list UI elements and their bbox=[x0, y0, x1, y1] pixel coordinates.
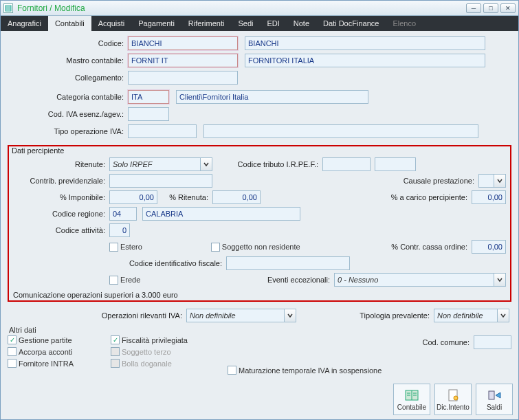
percipiente-legend: Dati percipiente bbox=[12, 146, 506, 155]
carico-input[interactable] bbox=[472, 190, 506, 204]
tab-edi[interactable]: EDI bbox=[260, 16, 286, 31]
tipoop-label: Tipo operazione IVA: bbox=[8, 127, 128, 135]
contrib-label: Contrib. previdenziale: bbox=[13, 177, 109, 185]
causale-label: Causale prestazione: bbox=[389, 177, 478, 185]
codcomune-label: Cod. comune: bbox=[405, 338, 474, 346]
tipoop-desc[interactable] bbox=[203, 124, 478, 138]
accorpa-checkbox[interactable]: Accorpa acconti bbox=[8, 347, 111, 356]
regione-desc[interactable] bbox=[142, 207, 300, 221]
dicintento-button[interactable]: Dic.Intento bbox=[434, 384, 472, 415]
bolla-checkbox: Bolla doganale bbox=[111, 359, 228, 368]
oprilevanti-select[interactable]: Non definibile bbox=[186, 309, 296, 322]
svg-rect-12 bbox=[489, 391, 494, 399]
carico-label: % a carico percipiente: bbox=[368, 193, 472, 201]
tab-elenco: Elenco bbox=[386, 16, 423, 31]
tab-anagrafici[interactable]: Anagrafici bbox=[1, 16, 48, 31]
attivita-input[interactable] bbox=[109, 223, 130, 237]
ritenuta-input[interactable] bbox=[212, 190, 261, 204]
categoria-desc[interactable] bbox=[176, 90, 368, 104]
codice-input[interactable] bbox=[128, 36, 238, 50]
collegamento-input[interactable] bbox=[128, 71, 238, 85]
maximize-button[interactable]: □ bbox=[483, 3, 498, 13]
idfiscale-input[interactable] bbox=[226, 256, 350, 270]
tipoop-input[interactable] bbox=[128, 124, 197, 138]
tributo-input2[interactable] bbox=[375, 157, 416, 171]
chevron-down-icon bbox=[497, 309, 509, 322]
ritenute-label: Ritenute: bbox=[13, 160, 109, 168]
comunicazione-text: Comunicazione operazioni superiori a 3.0… bbox=[13, 291, 506, 299]
close-button[interactable]: ✕ bbox=[500, 3, 516, 13]
fiscalita-checkbox[interactable]: Fiscalità privilegiata bbox=[111, 335, 228, 344]
dati-percipiente-group: Dati percipiente Ritenute: Solo IRPEF Co… bbox=[8, 145, 511, 302]
cassa-label: % Contr. cassa ordine: bbox=[368, 243, 472, 251]
tab-docfinance[interactable]: Dati DocFinance bbox=[316, 16, 386, 31]
tab-bar: Anagrafici Contabili Acquisti Pagamenti … bbox=[1, 16, 518, 31]
window-title: Fornitori / Modifica bbox=[17, 3, 466, 13]
tab-contabili[interactable]: Contabili bbox=[48, 16, 91, 31]
mastro-input[interactable] bbox=[128, 54, 238, 67]
idfiscale-label: Codice identificativo fiscale: bbox=[13, 259, 226, 267]
ledger-icon bbox=[404, 388, 419, 402]
fornitore-intra-checkbox[interactable]: Fornitore INTRA bbox=[8, 359, 111, 368]
minimize-button[interactable]: ─ bbox=[466, 3, 481, 13]
chevron-down-icon bbox=[494, 175, 505, 187]
erede-label: Erede bbox=[120, 276, 140, 284]
tab-riferimenti[interactable]: Riferimenti bbox=[181, 16, 232, 31]
soggettoterzo-checkbox: Soggetto terzo bbox=[111, 347, 228, 356]
maturazione-checkbox[interactable]: Maturazione temporale IVA in sospensione bbox=[228, 366, 511, 375]
eventi-label: Eventi eccezionali: bbox=[252, 276, 334, 284]
codcomune-input[interactable] bbox=[474, 335, 511, 349]
tab-note[interactable]: Note bbox=[287, 16, 316, 31]
mastro-desc[interactable] bbox=[245, 54, 485, 67]
imponibile-label: % Imponibile: bbox=[13, 193, 109, 201]
codice-label: Codice: bbox=[8, 39, 128, 47]
balance-icon bbox=[487, 388, 502, 402]
tributo-input[interactable] bbox=[322, 157, 371, 171]
ritenuta-label: % Ritenuta: bbox=[157, 193, 212, 201]
codice-desc[interactable] bbox=[245, 36, 485, 50]
app-icon bbox=[3, 3, 13, 13]
cassa-input[interactable] bbox=[472, 240, 506, 254]
chevron-down-icon bbox=[284, 309, 296, 322]
imponibile-input[interactable] bbox=[109, 190, 157, 204]
soggetto-checkbox[interactable]: Soggetto non residente bbox=[211, 243, 300, 252]
ritenute-select[interactable]: Solo IRPEF bbox=[109, 157, 212, 171]
codiva-label: Cod. IVA esenz./agev.: bbox=[8, 110, 128, 118]
tributo-label: Codice tributo I.R.PE.F.: bbox=[212, 160, 322, 168]
oprilevanti-label: Operazioni rilevanti IVA: bbox=[8, 311, 186, 320]
estero-label: Estero bbox=[120, 243, 142, 251]
categoria-label: Categoria contabile: bbox=[8, 93, 128, 101]
mastro-label: Mastro contabile: bbox=[8, 56, 128, 65]
collegamento-label: Collegamento: bbox=[8, 74, 128, 82]
causale-select[interactable] bbox=[478, 174, 506, 188]
saldi-button[interactable]: Saldi bbox=[476, 384, 513, 415]
document-icon bbox=[445, 388, 461, 402]
svg-point-11 bbox=[454, 396, 458, 400]
soggetto-label: Soggetto non residente bbox=[222, 243, 300, 251]
chevron-down-icon bbox=[494, 274, 505, 286]
erede-checkbox[interactable]: Erede bbox=[109, 276, 140, 285]
estero-checkbox[interactable]: Estero bbox=[109, 243, 142, 252]
titlebar: Fornitori / Modifica ─ □ ✕ bbox=[1, 1, 518, 16]
contrib-input[interactable] bbox=[109, 174, 212, 188]
tipologia-label: Tipologia prevalente: bbox=[296, 311, 434, 320]
codiva-input[interactable] bbox=[128, 107, 169, 121]
regione-label: Codice regione: bbox=[13, 210, 109, 218]
eventi-select[interactable]: 0 - Nessuno bbox=[334, 273, 506, 287]
tab-acquisti[interactable]: Acquisti bbox=[91, 16, 132, 31]
attivita-label: Codice attività: bbox=[13, 226, 109, 234]
tab-sedi[interactable]: Sedi bbox=[231, 16, 260, 31]
regione-input[interactable] bbox=[109, 207, 137, 221]
chevron-down-icon bbox=[200, 158, 212, 170]
tab-pagamenti[interactable]: Pagamenti bbox=[131, 16, 181, 31]
contabile-button[interactable]: Contabile bbox=[393, 384, 430, 415]
gestione-partite-checkbox[interactable]: Gestione partite bbox=[8, 335, 111, 344]
tipologia-select[interactable]: Non definibile bbox=[434, 309, 509, 322]
altri-dati-label: Altri dati bbox=[9, 326, 511, 334]
categoria-input[interactable] bbox=[128, 90, 169, 104]
